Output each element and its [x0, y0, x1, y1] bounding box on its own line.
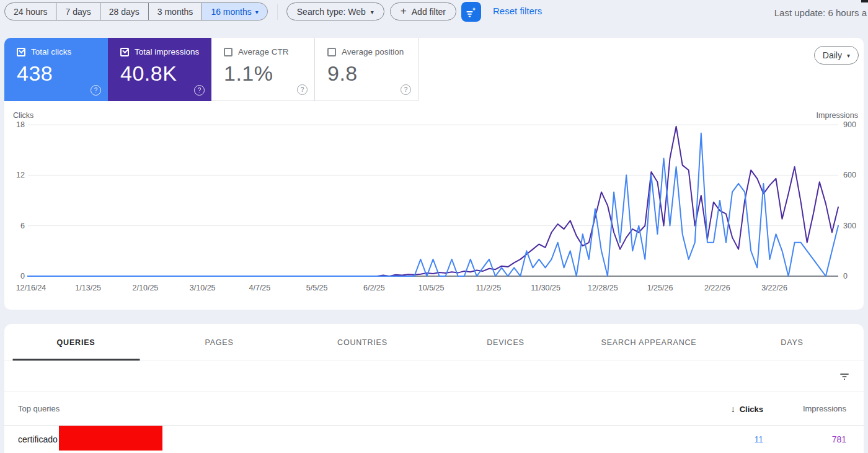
tab-pages[interactable]: PAGES: [148, 324, 291, 361]
right-axis-tick: 900: [843, 120, 864, 130]
tab-label: SEARCH APPEARANCE: [601, 338, 697, 347]
range-label: 3 months: [157, 7, 193, 17]
reset-filters-link[interactable]: Reset filters: [493, 6, 542, 16]
date-range-selector: 24 hours 7 days 28 days 3 months 16 mont…: [4, 2, 268, 20]
column-header-clicks[interactable]: ↓Clicks: [670, 404, 763, 414]
x-axis-tick: 2/22/26: [704, 284, 730, 292]
plus-icon: +: [401, 5, 407, 17]
x-axis-tick: 11/30/25: [531, 284, 560, 292]
metric-value: 40.8K: [120, 61, 211, 86]
total-clicks-checkbox[interactable]: [17, 48, 25, 56]
search-type-button[interactable]: Search type: Web ▾: [286, 2, 384, 20]
x-axis-tick: 3/10/25: [190, 284, 216, 292]
x-axis-tick: 1/25/26: [647, 284, 673, 292]
help-icon[interactable]: ?: [401, 84, 411, 95]
column-header-top-queries[interactable]: Top queries: [18, 404, 670, 413]
range-label: 16 months: [211, 7, 251, 17]
x-axis-tick: 4/7/25: [249, 284, 271, 292]
x-axis-tick: 10/5/25: [418, 284, 445, 292]
x-axis-tick: 12/28/25: [588, 284, 618, 292]
total-clicks-card[interactable]: Total clicks 438 ?: [4, 38, 108, 101]
metric-label: Average position: [342, 47, 404, 56]
chevron-down-icon: ▾: [847, 53, 850, 59]
tab-label: PAGES: [205, 338, 233, 347]
range-24-hours-button[interactable]: 24 hours: [5, 3, 56, 20]
chevron-down-icon: ▾: [255, 9, 259, 16]
x-axis-tick: 2/10/25: [133, 284, 159, 292]
add-filter-label: Add filter: [412, 7, 446, 17]
toolbar-divider: [277, 4, 278, 20]
query-text: certificado: [18, 434, 58, 444]
range-label: 28 days: [109, 7, 140, 17]
column-label: Clicks: [740, 405, 763, 414]
metric-label: Average CTR: [238, 47, 289, 56]
table-header: Top queries ↓Clicks Impressions: [4, 392, 864, 426]
performance-chart-panel: Clicks Impressions 181260900600300012/16…: [4, 38, 864, 310]
metric-label: Total impressions: [135, 47, 199, 56]
granularity-button[interactable]: Daily ▾: [814, 46, 859, 65]
search-console-performance-page: 24 hours 7 days 28 days 3 months 16 mont…: [0, 0, 868, 453]
dimension-tabs: QUERIES PAGES COUNTRIES DEVICES SEARCH A…: [4, 324, 864, 361]
total-impressions-card[interactable]: Total impressions 40.8K ?: [108, 38, 211, 101]
filter-list-icon: [838, 370, 851, 383]
right-axis-tick: 300: [843, 221, 864, 231]
x-axis-tick: 11/2/25: [476, 284, 501, 292]
query-cell: certificado: [18, 427, 670, 452]
breakdown-panel: QUERIES PAGES COUNTRIES DEVICES SEARCH A…: [4, 324, 864, 453]
average-position-checkbox[interactable]: [327, 48, 336, 56]
x-axis-tick: 6/2/25: [363, 284, 385, 292]
impressions-value: 781: [763, 434, 846, 444]
tab-label: COUNTRIES: [337, 338, 388, 347]
metric-value: 1.1%: [224, 61, 314, 86]
average-ctr-checkbox[interactable]: [224, 48, 232, 56]
left-axis-tick: 0: [4, 271, 25, 281]
clicks-value: 11: [670, 434, 763, 444]
tab-label: DAYS: [781, 338, 803, 347]
average-ctr-card[interactable]: Average CTR 1.1% ?: [211, 38, 315, 101]
right-axis-tick: 600: [843, 170, 864, 180]
left-axis-title: Clicks: [13, 111, 33, 120]
range-16-months-button[interactable]: 16 months ▾: [202, 3, 267, 20]
help-icon[interactable]: ?: [91, 85, 101, 96]
average-position-card[interactable]: Average position 9.8 ?: [315, 38, 418, 101]
toolbar: 24 hours 7 days 28 days 3 months 16 mont…: [0, 0, 868, 29]
tab-queries[interactable]: QUERIES: [4, 324, 148, 361]
range-label: 7 days: [65, 7, 91, 17]
tab-countries[interactable]: COUNTRIES: [291, 324, 434, 361]
range-label: 24 hours: [14, 7, 47, 17]
help-icon[interactable]: ?: [194, 85, 205, 96]
range-7-days-button[interactable]: 7 days: [56, 3, 99, 20]
tab-days[interactable]: DAYS: [720, 324, 864, 361]
metric-cards: Total clicks 438 ? Total impressions 40.…: [4, 38, 418, 101]
filter-sparkle-button[interactable]: [461, 2, 481, 22]
column-header-impressions[interactable]: Impressions: [763, 404, 846, 413]
tune-sparkle-icon: [465, 6, 477, 18]
redaction-overlay: [59, 426, 162, 451]
filter-rows-button[interactable]: [836, 368, 853, 385]
left-axis-tick: 12: [4, 170, 25, 180]
scrollbar-thumb[interactable]: [861, 0, 868, 2]
x-axis-tick: 1/13/25: [75, 284, 101, 292]
x-axis-tick: 12/16/24: [16, 284, 46, 292]
x-axis-tick: 5/5/25: [306, 284, 328, 292]
clicks-line: [28, 133, 838, 276]
right-axis-tick: 0: [843, 271, 864, 281]
metric-value: 9.8: [327, 61, 418, 86]
sort-descending-icon: ↓: [731, 404, 735, 414]
impressions-line: [28, 127, 838, 276]
range-3-months-button[interactable]: 3 months: [148, 3, 202, 20]
range-28-days-button[interactable]: 28 days: [100, 3, 148, 20]
table-row[interactable]: certificado 11 781: [4, 426, 864, 453]
chevron-down-icon: ▾: [371, 9, 374, 16]
total-impressions-checkbox[interactable]: [120, 48, 129, 56]
add-filter-button[interactable]: + Add filter: [390, 2, 456, 20]
tab-search-appearance[interactable]: SEARCH APPEARANCE: [577, 324, 720, 361]
granularity-label: Daily: [823, 50, 842, 60]
metric-value: 438: [17, 61, 108, 86]
last-update-text: Last update: 6 hours a: [774, 7, 867, 18]
help-icon[interactable]: ?: [297, 84, 308, 95]
left-axis-tick: 6: [4, 221, 25, 231]
tab-devices[interactable]: DEVICES: [434, 324, 577, 361]
tab-label: QUERIES: [57, 338, 95, 347]
search-type-label: Search type: Web: [297, 7, 366, 17]
